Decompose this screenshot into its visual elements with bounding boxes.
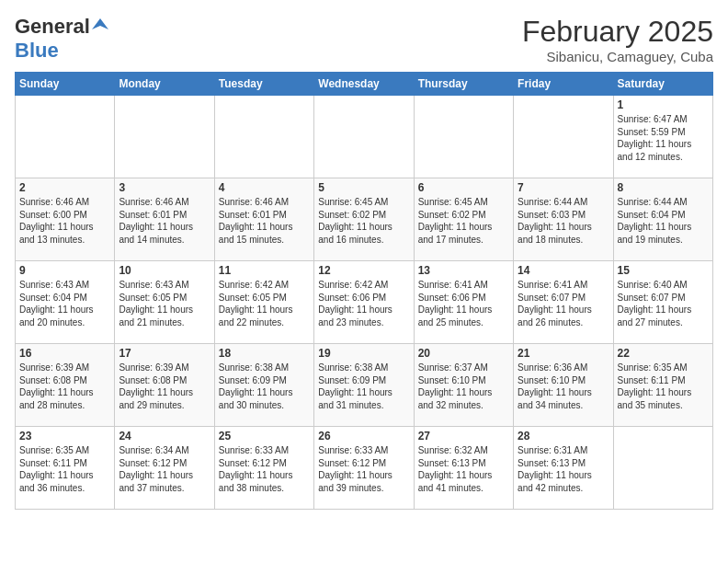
day-info: Sunrise: 6:43 AM Sunset: 6:05 PM Dayligh…	[119, 279, 210, 328]
col-header-thursday: Thursday	[414, 73, 513, 96]
day-number: 9	[19, 264, 110, 277]
day-info: Sunrise: 6:38 AM Sunset: 6:09 PM Dayligh…	[318, 362, 409, 411]
day-number: 11	[219, 264, 310, 277]
col-header-monday: Monday	[115, 73, 214, 96]
calendar-cell: 18Sunrise: 6:38 AM Sunset: 6:09 PM Dayli…	[214, 344, 313, 427]
calendar-cell	[214, 96, 313, 178]
day-info: Sunrise: 6:47 AM Sunset: 5:59 PM Dayligh…	[618, 113, 709, 163]
calendar-cell: 5Sunrise: 6:45 AM Sunset: 6:02 PM Daylig…	[314, 178, 414, 261]
calendar-cell: 22Sunrise: 6:35 AM Sunset: 6:11 PM Dayli…	[613, 344, 712, 427]
calendar-cell: 19Sunrise: 6:38 AM Sunset: 6:09 PM Dayli…	[314, 344, 414, 427]
calendar-cell: 16Sunrise: 6:39 AM Sunset: 6:08 PM Dayli…	[16, 344, 115, 427]
calendar-cell: 20Sunrise: 6:37 AM Sunset: 6:10 PM Dayli…	[414, 344, 513, 427]
day-info: Sunrise: 6:31 AM Sunset: 6:13 PM Dayligh…	[518, 444, 609, 494]
day-number: 2	[19, 181, 110, 194]
calendar-cell	[314, 96, 414, 178]
day-info: Sunrise: 6:32 AM Sunset: 6:13 PM Dayligh…	[418, 444, 509, 494]
calendar-table: SundayMondayTuesdayWednesdayThursdayFrid…	[15, 72, 713, 510]
day-number: 5	[318, 181, 409, 194]
day-info: Sunrise: 6:39 AM Sunset: 6:08 PM Dayligh…	[119, 362, 210, 411]
calendar-cell: 12Sunrise: 6:42 AM Sunset: 6:06 PM Dayli…	[314, 261, 414, 344]
calendar-cell: 17Sunrise: 6:39 AM Sunset: 6:08 PM Dayli…	[115, 344, 214, 427]
day-number: 20	[418, 347, 509, 360]
day-info: Sunrise: 6:45 AM Sunset: 6:02 PM Dayligh…	[318, 196, 409, 246]
day-number: 19	[318, 347, 409, 360]
calendar-header-row: SundayMondayTuesdayWednesdayThursdayFrid…	[16, 73, 713, 96]
calendar-cell: 14Sunrise: 6:41 AM Sunset: 6:07 PM Dayli…	[514, 261, 613, 344]
day-number: 22	[618, 347, 709, 360]
day-info: Sunrise: 6:44 AM Sunset: 6:04 PM Dayligh…	[618, 196, 709, 246]
col-header-sunday: Sunday	[16, 73, 115, 96]
calendar-cell: 7Sunrise: 6:44 AM Sunset: 6:03 PM Daylig…	[514, 178, 613, 261]
day-info: Sunrise: 6:46 AM Sunset: 6:01 PM Dayligh…	[119, 196, 210, 246]
calendar-cell: 24Sunrise: 6:34 AM Sunset: 6:12 PM Dayli…	[115, 427, 214, 510]
calendar-cell: 11Sunrise: 6:42 AM Sunset: 6:05 PM Dayli…	[214, 261, 313, 344]
title-block: February 2025 Sibanicu, Camaguey, Cuba	[522, 15, 713, 64]
day-info: Sunrise: 6:41 AM Sunset: 6:07 PM Dayligh…	[518, 279, 609, 328]
day-number: 23	[19, 430, 110, 442]
col-header-friday: Friday	[514, 73, 613, 96]
day-number: 6	[418, 181, 509, 194]
calendar-cell: 27Sunrise: 6:32 AM Sunset: 6:13 PM Dayli…	[414, 427, 513, 510]
calendar-cell	[16, 96, 115, 178]
calendar-cell: 4Sunrise: 6:46 AM Sunset: 6:01 PM Daylig…	[214, 178, 313, 261]
day-info: Sunrise: 6:40 AM Sunset: 6:07 PM Dayligh…	[618, 279, 709, 328]
calendar-cell: 2Sunrise: 6:46 AM Sunset: 6:00 PM Daylig…	[16, 178, 115, 261]
day-info: Sunrise: 6:35 AM Sunset: 6:11 PM Dayligh…	[19, 444, 110, 494]
day-number: 21	[518, 347, 609, 360]
calendar-cell: 13Sunrise: 6:41 AM Sunset: 6:06 PM Dayli…	[414, 261, 513, 344]
calendar-cell: 8Sunrise: 6:44 AM Sunset: 6:04 PM Daylig…	[613, 178, 712, 261]
week-row-5: 23Sunrise: 6:35 AM Sunset: 6:11 PM Dayli…	[16, 427, 713, 510]
day-number: 18	[219, 347, 310, 360]
day-number: 10	[119, 264, 210, 277]
logo: General Blue	[15, 15, 108, 63]
day-number: 16	[19, 347, 110, 360]
day-info: Sunrise: 6:36 AM Sunset: 6:10 PM Dayligh…	[518, 362, 609, 411]
day-info: Sunrise: 6:35 AM Sunset: 6:11 PM Dayligh…	[618, 362, 709, 411]
calendar-cell: 23Sunrise: 6:35 AM Sunset: 6:11 PM Dayli…	[16, 427, 115, 510]
day-number: 15	[618, 264, 709, 277]
week-row-3: 9Sunrise: 6:43 AM Sunset: 6:04 PM Daylig…	[16, 261, 713, 344]
calendar-cell	[115, 96, 214, 178]
calendar-cell	[414, 96, 513, 178]
day-number: 24	[119, 430, 210, 442]
day-number: 27	[418, 430, 509, 442]
calendar-cell: 21Sunrise: 6:36 AM Sunset: 6:10 PM Dayli…	[514, 344, 613, 427]
col-header-tuesday: Tuesday	[214, 73, 313, 96]
calendar-cell	[514, 96, 613, 178]
day-number: 13	[418, 264, 509, 277]
day-info: Sunrise: 6:46 AM Sunset: 6:01 PM Dayligh…	[219, 196, 310, 246]
day-info: Sunrise: 6:45 AM Sunset: 6:02 PM Dayligh…	[418, 196, 509, 246]
day-info: Sunrise: 6:33 AM Sunset: 6:12 PM Dayligh…	[318, 444, 409, 494]
week-row-2: 2Sunrise: 6:46 AM Sunset: 6:00 PM Daylig…	[16, 178, 713, 261]
day-info: Sunrise: 6:37 AM Sunset: 6:10 PM Dayligh…	[418, 362, 509, 411]
calendar-cell: 15Sunrise: 6:40 AM Sunset: 6:07 PM Dayli…	[613, 261, 712, 344]
day-info: Sunrise: 6:34 AM Sunset: 6:12 PM Dayligh…	[119, 444, 210, 494]
svg-marker-0	[92, 18, 108, 29]
day-info: Sunrise: 6:39 AM Sunset: 6:08 PM Dayligh…	[19, 362, 110, 411]
col-header-wednesday: Wednesday	[314, 73, 414, 96]
location-subtitle: Sibanicu, Camaguey, Cuba	[522, 49, 713, 64]
day-number: 14	[518, 264, 609, 277]
day-info: Sunrise: 6:42 AM Sunset: 6:05 PM Dayligh…	[219, 279, 310, 328]
day-number: 26	[318, 430, 409, 442]
page-header: General Blue February 2025 Sibanicu, Cam…	[15, 15, 713, 64]
calendar-cell: 6Sunrise: 6:45 AM Sunset: 6:02 PM Daylig…	[414, 178, 513, 261]
day-number: 8	[618, 181, 709, 194]
day-number: 3	[119, 181, 210, 194]
day-info: Sunrise: 6:33 AM Sunset: 6:12 PM Dayligh…	[219, 444, 310, 494]
calendar-cell: 25Sunrise: 6:33 AM Sunset: 6:12 PM Dayli…	[214, 427, 313, 510]
calendar-cell: 28Sunrise: 6:31 AM Sunset: 6:13 PM Dayli…	[514, 427, 613, 510]
week-row-1: 1Sunrise: 6:47 AM Sunset: 5:59 PM Daylig…	[16, 96, 713, 178]
day-info: Sunrise: 6:46 AM Sunset: 6:00 PM Dayligh…	[19, 196, 110, 246]
day-info: Sunrise: 6:44 AM Sunset: 6:03 PM Dayligh…	[518, 196, 609, 246]
day-number: 4	[219, 181, 310, 194]
day-number: 12	[318, 264, 409, 277]
logo-general-text: General	[15, 15, 90, 39]
day-info: Sunrise: 6:43 AM Sunset: 6:04 PM Dayligh…	[19, 279, 110, 328]
calendar-cell: 9Sunrise: 6:43 AM Sunset: 6:04 PM Daylig…	[16, 261, 115, 344]
day-number: 17	[119, 347, 210, 360]
calendar-cell: 3Sunrise: 6:46 AM Sunset: 6:01 PM Daylig…	[115, 178, 214, 261]
day-info: Sunrise: 6:42 AM Sunset: 6:06 PM Dayligh…	[318, 279, 409, 328]
calendar-cell	[613, 427, 712, 510]
